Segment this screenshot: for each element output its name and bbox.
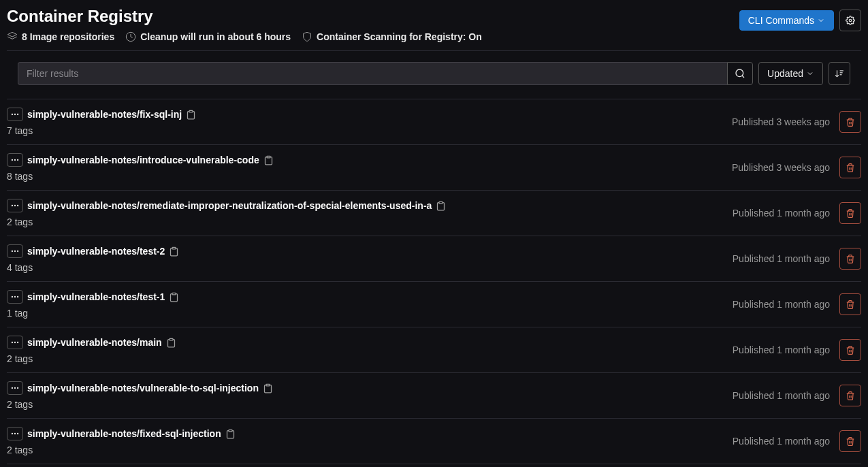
tags-count: 2 tags bbox=[7, 353, 33, 364]
svg-point-18 bbox=[14, 205, 16, 206]
svg-point-21 bbox=[12, 251, 13, 252]
repo-name-link[interactable]: simply-vulnerable-notes/vulnerable-to-sq… bbox=[27, 383, 259, 393]
ellipsis-icon bbox=[10, 201, 20, 210]
copy-button[interactable] bbox=[263, 155, 274, 165]
delete-button[interactable] bbox=[839, 293, 861, 315]
copy-button[interactable] bbox=[169, 246, 179, 257]
trash-icon bbox=[846, 117, 855, 127]
svg-point-23 bbox=[17, 251, 18, 252]
svg-rect-36 bbox=[266, 384, 270, 386]
sort-dropdown[interactable]: Updated bbox=[758, 62, 823, 85]
svg-point-26 bbox=[14, 296, 16, 297]
ellipsis-icon bbox=[10, 292, 20, 302]
repo-name-link[interactable]: simply-vulnerable-notes/main bbox=[27, 337, 162, 348]
delete-button[interactable] bbox=[839, 339, 861, 361]
ellipsis-icon bbox=[10, 338, 20, 347]
page-title: Container Registry bbox=[7, 7, 482, 26]
delete-button[interactable] bbox=[839, 385, 861, 406]
trash-icon bbox=[846, 254, 855, 264]
path-expand-button[interactable] bbox=[7, 381, 23, 395]
ellipsis-icon bbox=[10, 155, 20, 165]
ellipsis-icon bbox=[10, 429, 20, 438]
repo-row: simply-vulnerable-notes/remediate-improp… bbox=[7, 191, 861, 236]
copy-button[interactable] bbox=[169, 292, 179, 302]
svg-point-30 bbox=[14, 342, 16, 343]
svg-rect-20 bbox=[439, 202, 443, 204]
repo-row: simply-vulnerable-notes/test-1 1 tag Pub… bbox=[7, 282, 861, 327]
settings-button[interactable] bbox=[839, 10, 861, 31]
svg-point-15 bbox=[17, 159, 18, 161]
svg-line-4 bbox=[742, 76, 744, 78]
path-expand-button[interactable] bbox=[7, 108, 23, 121]
published-time: Published 3 weeks ago bbox=[732, 162, 830, 173]
svg-point-35 bbox=[17, 387, 18, 389]
path-expand-button[interactable] bbox=[7, 199, 23, 212]
repo-count: 8 Image repositories bbox=[7, 31, 114, 42]
sort-descending-icon bbox=[835, 68, 844, 79]
delete-button[interactable] bbox=[839, 202, 861, 224]
copy-button[interactable] bbox=[166, 338, 176, 348]
path-expand-button[interactable] bbox=[7, 153, 23, 167]
cli-commands-button[interactable]: CLI Commands bbox=[739, 10, 834, 31]
clipboard-icon bbox=[169, 246, 179, 257]
ellipsis-icon bbox=[10, 246, 20, 256]
published-time: Published 1 month ago bbox=[733, 299, 830, 310]
clipboard-icon bbox=[166, 338, 176, 348]
published-time: Published 1 month ago bbox=[733, 253, 830, 264]
ellipsis-icon bbox=[10, 110, 20, 119]
delete-button[interactable] bbox=[839, 157, 861, 178]
delete-button[interactable] bbox=[839, 430, 861, 452]
svg-point-2 bbox=[849, 19, 852, 22]
clipboard-icon bbox=[263, 383, 273, 393]
copy-button[interactable] bbox=[186, 110, 196, 120]
clock-icon bbox=[125, 31, 136, 42]
published-time: Published 1 month ago bbox=[733, 344, 830, 355]
clipboard-icon bbox=[225, 429, 236, 439]
copy-button[interactable] bbox=[263, 383, 273, 393]
tags-count: 7 tags bbox=[7, 125, 33, 136]
svg-point-13 bbox=[12, 159, 13, 161]
svg-point-3 bbox=[736, 69, 743, 77]
delete-button[interactable] bbox=[839, 111, 861, 133]
tags-count: 2 tags bbox=[7, 399, 33, 410]
svg-point-9 bbox=[12, 114, 13, 115]
copy-button[interactable] bbox=[436, 201, 446, 211]
path-expand-button[interactable] bbox=[7, 427, 23, 440]
svg-point-14 bbox=[14, 159, 16, 161]
svg-point-11 bbox=[17, 114, 18, 115]
sort-order-button[interactable] bbox=[829, 62, 850, 85]
repo-name-link[interactable]: simply-vulnerable-notes/remediate-improp… bbox=[27, 200, 432, 211]
published-time: Published 1 month ago bbox=[733, 390, 830, 401]
filter-input[interactable] bbox=[18, 62, 727, 85]
repo-name-link[interactable]: simply-vulnerable-notes/fixed-sql-inject… bbox=[27, 428, 221, 439]
repo-row: simply-vulnerable-notes/main 2 tags Publ… bbox=[7, 327, 861, 373]
repo-name-link[interactable]: simply-vulnerable-notes/test-1 bbox=[27, 291, 165, 302]
trash-icon bbox=[846, 163, 855, 173]
published-time: Published 3 weeks ago bbox=[732, 116, 830, 127]
svg-point-17 bbox=[12, 205, 13, 206]
svg-marker-0 bbox=[7, 32, 16, 37]
tags-count: 2 tags bbox=[7, 216, 33, 227]
repo-name-link[interactable]: simply-vulnerable-notes/test-2 bbox=[27, 246, 165, 257]
published-time: Published 1 month ago bbox=[733, 436, 830, 447]
copy-button[interactable] bbox=[225, 429, 236, 439]
path-expand-button[interactable] bbox=[7, 336, 23, 349]
published-time: Published 1 month ago bbox=[733, 208, 830, 219]
trash-icon bbox=[846, 436, 855, 447]
path-expand-button[interactable] bbox=[7, 244, 23, 258]
svg-rect-12 bbox=[189, 110, 193, 112]
svg-point-25 bbox=[12, 296, 13, 297]
shield-icon bbox=[302, 31, 312, 42]
search-button[interactable] bbox=[727, 62, 753, 85]
repo-name-link[interactable]: simply-vulnerable-notes/introduce-vulner… bbox=[27, 155, 259, 165]
svg-point-33 bbox=[12, 387, 13, 389]
delete-button[interactable] bbox=[839, 248, 861, 270]
clipboard-icon bbox=[186, 110, 196, 120]
cleanup-info: Cleanup will run in about 6 hours bbox=[125, 31, 291, 42]
repo-name-link[interactable]: simply-vulnerable-notes/fix-sql-inj bbox=[27, 109, 182, 120]
repo-row: simply-vulnerable-notes/fix-sql-inj 7 ta… bbox=[7, 99, 861, 145]
svg-point-22 bbox=[14, 251, 16, 252]
svg-point-29 bbox=[12, 342, 13, 343]
path-expand-button[interactable] bbox=[7, 290, 23, 304]
gear-icon bbox=[846, 15, 855, 26]
